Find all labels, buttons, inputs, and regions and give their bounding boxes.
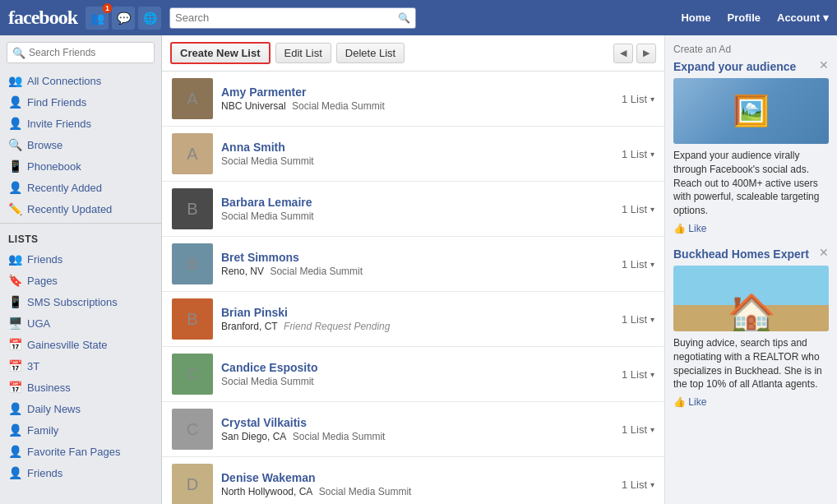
profile-link[interactable]: Profile xyxy=(728,12,761,24)
contact-name[interactable]: Amy Parmenter xyxy=(221,86,613,99)
contact-list-dropdown[interactable]: 1 List ▾ xyxy=(622,148,654,160)
find-friends-icon: 👤 xyxy=(8,95,22,109)
contact-info: Bret SimmonsReno, NV Social Media Summit xyxy=(221,251,613,277)
contact-name[interactable]: Candice Esposito xyxy=(221,361,613,374)
fan-pages-icon: 👤 xyxy=(8,445,22,458)
search-input[interactable] xyxy=(175,12,398,24)
sidebar-item-find-friends[interactable]: 👤 Find Friends xyxy=(0,91,161,113)
contact-avatar: D xyxy=(172,464,213,504)
contact-list-dropdown[interactable]: 1 List ▾ xyxy=(622,203,654,215)
contact-name[interactable]: Barbara Lemaire xyxy=(221,196,613,209)
sidebar-item-friends[interactable]: 👥 Friends xyxy=(0,248,161,270)
sidebar-item-recently-updated[interactable]: ✏️ Recently Updated xyxy=(0,198,161,220)
contact-sub: Social Media Summit xyxy=(221,376,613,387)
contact-name[interactable]: Brian Pinski xyxy=(221,306,613,319)
gainesville-icon: 📅 xyxy=(8,338,22,351)
sidebar-item-browse[interactable]: 🔍 Browse xyxy=(0,134,161,155)
ad2-text: Buying advice, search tips and negotiati… xyxy=(673,336,829,391)
search-friends-bar[interactable]: 🔍 xyxy=(7,42,155,63)
ad2-close-button[interactable]: ✕ xyxy=(819,247,829,259)
ad1-like-button[interactable]: 👍 Like xyxy=(673,223,829,234)
contact-row[interactable]: BBrian PinskiBranford, CT Friend Request… xyxy=(162,292,664,347)
contacts-list: AAmy ParmenterNBC Universal Social Media… xyxy=(162,72,664,504)
next-page-button[interactable]: ▶ xyxy=(636,44,656,63)
friends-list-icon: 👥 xyxy=(8,252,22,266)
create-new-list-button[interactable]: Create New List xyxy=(170,42,271,64)
ad2-title: Buckhead Homes Expert xyxy=(673,247,829,261)
sidebar-item-favorite-fan-pages[interactable]: 👤 Favorite Fan Pages xyxy=(0,441,161,462)
business-icon: 📅 xyxy=(8,381,22,394)
list-dropdown-arrow: ▾ xyxy=(650,370,654,379)
sidebar-item-family[interactable]: 👤 Family xyxy=(0,419,161,441)
contact-location: Reno, NV xyxy=(221,266,264,277)
sidebar-item-business[interactable]: 📅 Business xyxy=(0,377,161,398)
phonebook-icon: 📱 xyxy=(8,160,22,173)
contact-list-dropdown[interactable]: 1 List ▾ xyxy=(622,313,654,326)
contact-name[interactable]: Bret Simmons xyxy=(221,251,613,264)
search-submit-icon[interactable]: 🔍 xyxy=(398,12,410,24)
top-right-nav: Home Profile Account ▾ xyxy=(681,12,829,24)
main-layout: 🔍 👥 All Connections 👤 Find Friends 👤 Inv… xyxy=(0,35,837,504)
account-dropdown[interactable]: Account ▾ xyxy=(777,12,829,24)
contact-list-dropdown[interactable]: 1 List ▾ xyxy=(622,479,654,491)
search-bar[interactable]: 🔍 xyxy=(169,7,416,29)
contact-avatar: C xyxy=(172,409,213,450)
left-sidebar: 🔍 👥 All Connections 👤 Find Friends 👤 Inv… xyxy=(0,35,162,504)
contact-location: North Hollywood, CA xyxy=(221,486,312,497)
sidebar-item-pages[interactable]: 🔖 Pages xyxy=(0,270,161,291)
ad1-title: Expand your audience xyxy=(673,60,829,73)
ad1-close-button[interactable]: ✕ xyxy=(819,60,829,72)
ad2-image: 🏠 xyxy=(673,266,829,331)
sidebar-item-uga[interactable]: 🖥️ UGA xyxy=(0,312,161,334)
content-area: Create New List Edit List Delete List ◀ … xyxy=(162,35,664,504)
contact-list-dropdown[interactable]: 1 List ▾ xyxy=(622,258,654,270)
sidebar-item-phonebook[interactable]: 📱 Phonebook xyxy=(0,155,161,177)
globe-nav-icon[interactable]: 🌐 xyxy=(138,7,161,30)
list-count-label: 1 List xyxy=(622,423,647,436)
contact-tag: Social Media Summit xyxy=(221,210,314,222)
contact-row[interactable]: AAnna SmithSocial Media Summit1 List ▾ xyxy=(162,127,664,182)
sidebar-item-daily-news[interactable]: 👤 Daily News xyxy=(0,398,161,419)
contact-name[interactable]: Anna Smith xyxy=(221,141,613,154)
home-link[interactable]: Home xyxy=(681,12,710,24)
search-friends-icon: 🔍 xyxy=(12,47,25,59)
contact-name[interactable]: Denise Wakeman xyxy=(221,471,613,484)
sidebar-item-all-connections[interactable]: 👥 All Connections xyxy=(0,70,161,91)
prev-page-button[interactable]: ◀ xyxy=(613,44,633,63)
friends-nav-icon[interactable]: 👥 1 xyxy=(86,7,109,30)
top-navigation: facebook 👥 1 💬 🌐 🔍 Home Profile Account … xyxy=(0,0,837,35)
sidebar-item-sms[interactable]: 📱 SMS Subscriptions xyxy=(0,291,161,312)
contact-list-dropdown[interactable]: 1 List ▾ xyxy=(622,368,654,381)
messages-nav-icon[interactable]: 💬 xyxy=(112,7,135,30)
edit-list-button[interactable]: Edit List xyxy=(275,43,331,63)
ad2-like-button[interactable]: 👍 Like xyxy=(673,396,829,408)
family-icon: 👤 xyxy=(8,423,22,437)
nav-buttons-group: ◀ ▶ xyxy=(613,44,656,63)
friends2-label: Friends xyxy=(27,467,62,479)
sidebar-item-gainesville[interactable]: 📅 Gainesville State xyxy=(0,334,161,355)
list-dropdown-arrow: ▾ xyxy=(650,205,654,214)
contact-row[interactable]: CCrystal VilkaitisSan Diego, CA Social M… xyxy=(162,402,664,457)
search-friends-input[interactable] xyxy=(29,47,149,58)
delete-list-button[interactable]: Delete List xyxy=(336,43,405,63)
contact-row[interactable]: CCandice EspositoSocial Media Summit1 Li… xyxy=(162,347,664,402)
uga-label: UGA xyxy=(27,317,50,330)
sidebar-item-friends2[interactable]: 👤 Friends xyxy=(0,462,161,483)
contact-avatar: B xyxy=(172,298,213,340)
account-chevron-icon: ▾ xyxy=(823,12,829,24)
sidebar-item-3t[interactable]: 📅 3T xyxy=(0,355,161,377)
contact-location: San Diego, CA xyxy=(221,431,286,442)
contact-row[interactable]: BBarbara LemaireSocial Media Summit1 Lis… xyxy=(162,182,664,237)
list-dropdown-arrow: ▾ xyxy=(650,315,654,324)
browse-label: Browse xyxy=(27,139,62,151)
facebook-logo[interactable]: facebook xyxy=(8,7,77,29)
contact-row[interactable]: DDenise WakemanNorth Hollywood, CA Socia… xyxy=(162,457,664,504)
contact-list-dropdown[interactable]: 1 List ▾ xyxy=(622,423,654,436)
contact-name[interactable]: Crystal Vilkaitis xyxy=(221,416,613,429)
contact-row[interactable]: AAmy ParmenterNBC Universal Social Media… xyxy=(162,72,664,127)
sidebar-item-recently-added[interactable]: 👤 Recently Added xyxy=(0,177,161,198)
sidebar-item-invite-friends[interactable]: 👤 Invite Friends xyxy=(0,113,161,134)
contact-row[interactable]: BBret SimmonsReno, NV Social Media Summi… xyxy=(162,237,664,292)
pages-label: Pages xyxy=(27,275,58,287)
contact-list-dropdown[interactable]: 1 List ▾ xyxy=(622,93,654,105)
